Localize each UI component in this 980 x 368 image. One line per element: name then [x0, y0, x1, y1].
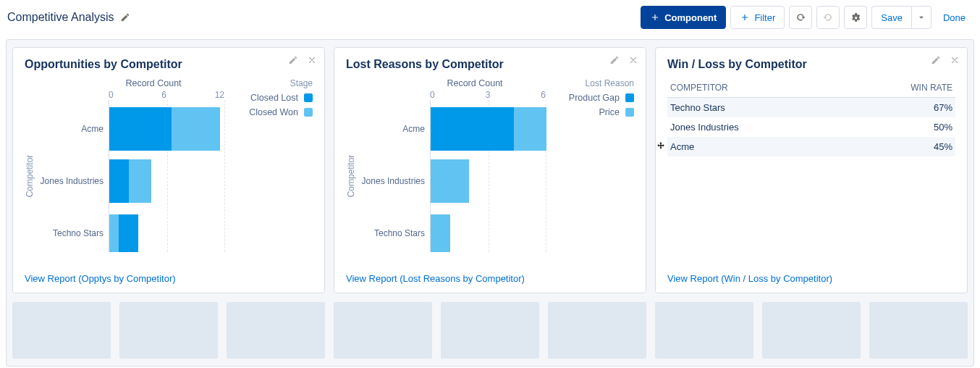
- view-report-link[interactable]: View Report (Opptys by Competitor): [25, 273, 313, 284]
- chart-legend: Lost Reason Product Gap Price: [553, 78, 634, 252]
- legend-swatch: [625, 108, 634, 117]
- redo-button[interactable]: [816, 6, 840, 29]
- undo-button[interactable]: [789, 6, 812, 29]
- grid-slot[interactable]: [119, 302, 218, 359]
- done-button[interactable]: Done: [936, 12, 973, 23]
- card-title: Opportunities by Competitor: [25, 58, 313, 71]
- card-win-loss-by-competitor[interactable]: Win / Loss by Competitor COMPETITOR WIN …: [655, 47, 968, 293]
- win-loss-table: COMPETITOR WIN RATE Techno Stars 67% Jon…: [667, 78, 955, 156]
- card-opportunities-by-competitor[interactable]: Opportunities by Competitor Record Count…: [12, 47, 325, 293]
- legend-swatch: [625, 93, 634, 102]
- add-filter-label: Filter: [754, 12, 775, 23]
- legend-swatch: [304, 93, 313, 102]
- edit-title-icon[interactable]: [120, 12, 130, 22]
- table-row[interactable]: Acme 45%: [667, 137, 955, 156]
- grid-slot[interactable]: [441, 302, 539, 359]
- legend-swatch: [304, 108, 313, 117]
- dashboard-title: Competitive Analysis: [7, 11, 114, 24]
- move-icon: [656, 141, 666, 151]
- add-component-button[interactable]: Component: [641, 6, 726, 29]
- dashboard-header: Competitive Analysis Component Filter Sa…: [0, 0, 980, 39]
- card-lost-reasons-by-competitor[interactable]: Lost Reasons by Competitor Record Count …: [334, 47, 646, 293]
- remove-card-icon[interactable]: [950, 55, 960, 67]
- grid-slot[interactable]: [869, 302, 968, 359]
- grid-slot[interactable]: [12, 302, 111, 359]
- chart-xlabel: Record Count: [397, 78, 553, 88]
- view-report-link[interactable]: View Report (Lost Reasons by Competitor): [346, 273, 634, 284]
- grid-slot[interactable]: [227, 302, 325, 359]
- remove-card-icon[interactable]: [628, 55, 638, 67]
- grid-slot[interactable]: [548, 302, 646, 359]
- col-win-rate: WIN RATE: [843, 78, 955, 98]
- add-filter-button[interactable]: Filter: [730, 6, 785, 29]
- view-report-link[interactable]: View Report (Win / Loss by Competitor): [667, 273, 955, 284]
- save-button[interactable]: Save: [871, 6, 911, 29]
- add-component-label: Component: [664, 12, 717, 23]
- edit-card-icon[interactable]: [288, 55, 298, 67]
- col-competitor: COMPETITOR: [667, 78, 843, 98]
- chart-bars: 0 6 12 Competitor Acme: [109, 90, 224, 252]
- edit-card-icon[interactable]: [609, 55, 620, 67]
- settings-button[interactable]: [844, 6, 867, 29]
- grid-slot[interactable]: [655, 302, 753, 359]
- header-actions: Component Filter Save Done: [641, 6, 973, 29]
- chart-legend: Stage Closed Lost Closed Won: [232, 78, 313, 252]
- remove-card-icon[interactable]: [307, 55, 317, 67]
- grid-slot[interactable]: [762, 302, 861, 359]
- chart-xlabel: Record Count: [75, 78, 232, 88]
- save-dropdown-button[interactable]: [911, 6, 932, 29]
- edit-card-icon[interactable]: [931, 55, 941, 67]
- grid-slot[interactable]: [334, 302, 432, 359]
- card-title: Win / Loss by Competitor: [667, 58, 955, 71]
- chart-bars: 0 3 6 Competitor Acme: [430, 90, 546, 252]
- empty-grid-row: [12, 302, 968, 359]
- table-row[interactable]: Jones Industries 50%: [667, 117, 955, 137]
- table-row[interactable]: Techno Stars 67%: [667, 98, 955, 118]
- dashboard-canvas: Opportunities by Competitor Record Count…: [6, 39, 974, 367]
- card-title: Lost Reasons by Competitor: [346, 58, 634, 71]
